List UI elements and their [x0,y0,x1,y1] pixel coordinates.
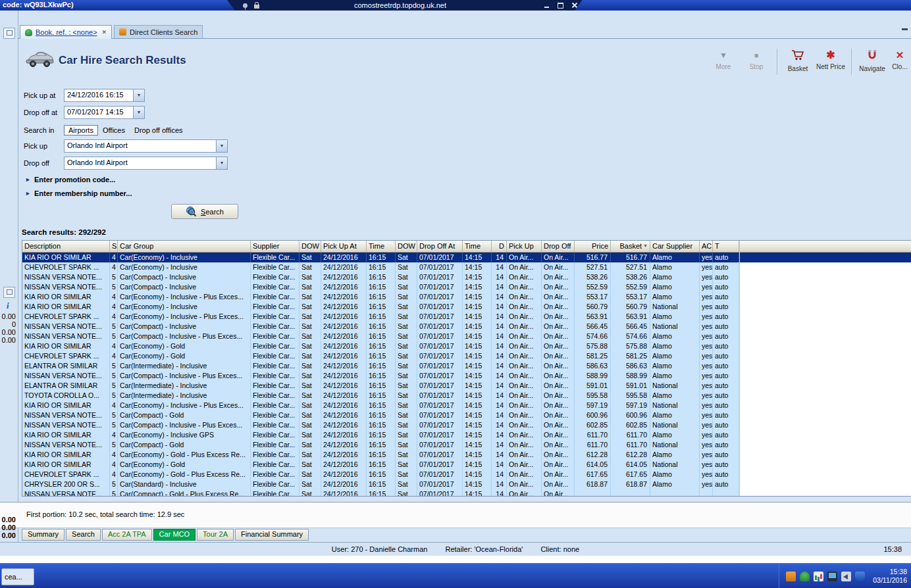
table-row[interactable]: CHEVROLET SPARK ...4Car(Economy) - GoldF… [22,351,911,361]
table-row[interactable]: NISSAN VERSA NOTE...5Car(Compact) - Gold… [22,489,911,496]
bottom-tab-financial-summary[interactable]: Financial Summary [235,529,309,541]
pickup-select[interactable]: Orlando Intl Airport ▼ [64,139,228,153]
column-header-8-drop-off-at[interactable]: Drop Off At [417,241,463,252]
table-row[interactable]: KIA RIO OR SIMILAR4Car(Economy) - GoldFl… [22,341,911,351]
pickup-at-input[interactable]: 24/12/2016 16:15 ▼ [64,89,145,102]
dropoff-at-value: 07/01/2017 14:15 [65,107,133,118]
basket-button[interactable]: Basket [781,47,814,72]
table-row[interactable]: ELANTRA OR SIMILAR5Car(Intermediate) - I… [22,381,911,391]
dropoff-at-input[interactable]: 07/01/2017 14:15 ▼ [64,106,145,119]
column-header-9-time[interactable]: Time [463,241,492,252]
table-row[interactable]: CHRYSLER 200 OR S...5Car(Standard) - Inc… [22,479,911,489]
column-header-6-time[interactable]: Time [367,241,396,252]
tray-security-icon[interactable] [855,572,865,581]
search-in-dropoff-offices[interactable]: Drop off offices [130,125,188,135]
taskbar-window-button[interactable]: cea... [1,568,34,585]
bottom-tab-tour-2a[interactable]: Tour 2A [197,529,234,541]
tab-direct-clients-search[interactable]: Direct Clients Search [114,25,203,38]
bottom-tab-acc-2a-tpa[interactable]: Acc 2A TPA [102,529,152,541]
table-row[interactable]: ELANTRA OR SIMILAR5Car(Intermediate) - I… [22,361,911,371]
column-header-16-ac[interactable]: AC [700,241,713,252]
table-cell: Sat [299,420,321,430]
table-cell: On Air... [507,401,542,410]
dropoff-select[interactable]: Orlando Intl Airport ▼ [64,157,228,170]
column-header-11-pick-up[interactable]: Pick Up [507,241,542,252]
tab-close-icon[interactable]: ✕ [102,29,107,36]
table-row[interactable]: TOYOTA COROLLA O...5Car(Intermediate) - … [22,391,911,401]
tab-booking-ref[interactable]: Book. ref. : <none> ✕ [20,25,112,39]
bottom-tab-summary[interactable]: Summary [22,529,65,541]
column-header-13-price[interactable]: Price [575,241,611,252]
table-row[interactable]: NISSAN VERSA NOTE...5Car(Compact) - Gold… [22,410,911,420]
table-row[interactable]: CHEVROLET SPARK ...4Car(Economy) - Gold … [22,470,911,479]
table-row[interactable]: KIA RIO OR SIMILAR4Car(Economy) - Inclus… [22,302,911,312]
membership-number-expander[interactable]: ► Enter membership number... [25,189,132,198]
table-cell: 588.99 [575,371,611,381]
column-header-5-pick-up-at[interactable]: Pick Up At [321,241,367,252]
column-header-10-d[interactable]: D [492,241,507,252]
table-row[interactable]: KIA RIO OR SIMILAR4Car(Economy) - Inclus… [22,253,911,262]
lock-icon [254,5,259,9]
table-row[interactable]: KIA RIO OR SIMILAR4Car(Economy) - Inclus… [22,401,911,410]
column-header-17-t[interactable]: T [713,241,739,252]
table-row[interactable]: NISSAN VERSA NOTE...5Car(Compact) - Gold… [22,440,911,450]
table-cell: 14:15 [463,450,492,460]
column-header-15-car-supplier[interactable]: Car Supplier [650,241,700,252]
table-row[interactable]: NISSAN VERSA NOTE...5Car(Compact) - Incl… [22,331,911,341]
table-cell: 560.79 [611,302,650,312]
tray-volume-icon[interactable] [841,572,851,581]
restore-button[interactable] [555,1,566,9]
panel-restore-icon[interactable] [3,28,15,39]
navigate-button[interactable]: Navigate [856,47,889,72]
taskbar-clock[interactable]: 15:38 03/11/2016 [869,568,907,585]
bottom-tab-search[interactable]: Search [66,529,101,541]
table-cell: yes [700,292,713,302]
more-button[interactable]: ▼ More [707,47,740,70]
pin-icon[interactable] [243,3,247,8]
table-row[interactable]: CHEVROLET SPARK ...4Car(Economy) - Inclu… [22,262,911,272]
column-header-4-dow[interactable]: DOW [299,241,321,252]
tray-display-icon[interactable] [827,572,837,581]
table-row[interactable]: NISSAN VERSA NOTE...5Car(Compact) - Incl… [22,371,911,381]
table-cell: 24/12/2016 [321,391,367,401]
promotion-code-expander[interactable]: ► Enter promotion code... [25,175,115,184]
column-header-14-basket[interactable]: Basket▼ [611,241,650,252]
stop-button[interactable]: ■ Stop [740,47,773,70]
panel-minimize-icon[interactable] [902,28,908,30]
dropdown-button[interactable]: ▼ [216,140,227,152]
search-in-airports[interactable]: Airports [64,125,98,135]
table-row[interactable]: NISSAN VERSA NOTE...5Car(Compact) - Incl… [22,272,911,282]
column-header-3-supplier[interactable]: Supplier [251,241,299,252]
bottom-tab-car-mco[interactable]: Car MCO [153,529,195,541]
tray-plant-icon[interactable] [800,572,810,581]
search-button[interactable]: Search [171,204,238,219]
column-header-1-s[interactable]: S [110,241,118,252]
column-header-7-dow[interactable]: DOW [396,241,417,252]
column-header-2-car-group[interactable]: Car Group [118,241,251,252]
column-header-12-drop-off[interactable]: Drop Off [542,241,575,252]
minimize-button[interactable] [541,1,552,9]
search-in-offices[interactable]: Offices [98,125,130,135]
table-row[interactable]: KIA RIO OR SIMILAR4Car(Economy) - Inclus… [22,292,911,302]
close-results-button[interactable]: ✕ Clo... [889,47,911,70]
nett-price-button[interactable]: ✱ Nett Price [814,47,847,70]
table-row[interactable]: NISSAN VERSA NOTE...5Car(Compact) - Incl… [22,322,911,331]
table-row[interactable]: KIA RIO OR SIMILAR4Car(Economy) - Gold -… [22,450,911,460]
table-row[interactable]: NISSAN VERSA NOTE...5Car(Compact) - Incl… [22,282,911,292]
table-row[interactable]: CHEVROLET SPARK ...4Car(Economy) - Inclu… [22,312,911,322]
table-row[interactable]: KIA RIO OR SIMILAR4Car(Economy) - GoldFl… [22,460,911,470]
tray-chart-icon[interactable] [814,572,823,581]
table-cell [700,489,713,496]
dropdown-button[interactable]: ▼ [133,107,144,118]
table-row[interactable]: KIA RIO OR SIMILAR4Car(Economy) - Inclus… [22,430,911,440]
tray-app-icon[interactable] [786,572,796,581]
panel-restore-icon[interactable] [3,287,15,298]
column-header-0-description[interactable]: Description [22,241,110,252]
table-cell: 602.85 [575,420,611,430]
toolbar-label: Nett Price [814,63,847,70]
close-button[interactable] [569,1,580,9]
dropdown-button[interactable]: ▼ [216,157,227,169]
dropdown-button[interactable]: ▼ [133,89,144,101]
table-row[interactable]: NISSAN VERSA NOTE...5Car(Compact) - Incl… [22,420,911,430]
table-cell: auto [713,410,739,420]
